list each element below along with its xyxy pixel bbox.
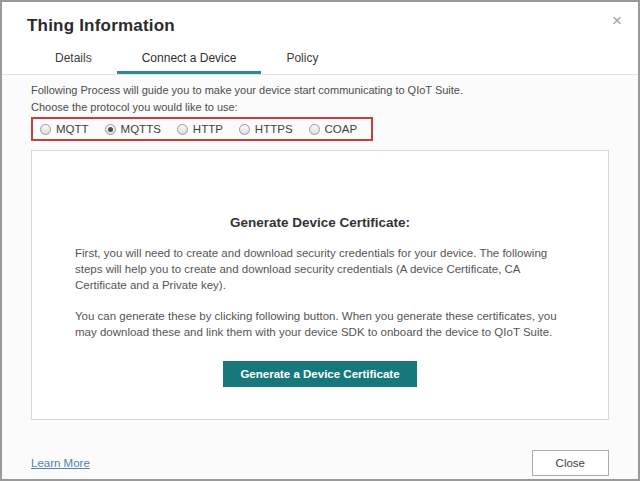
tab-policy[interactable]: Policy <box>261 44 343 74</box>
certificate-heading: Generate Device Certificate: <box>32 151 608 230</box>
protocol-option-https[interactable]: HTTPS <box>239 123 293 135</box>
protocol-label: HTTP <box>193 123 223 135</box>
tab-content: Following Process will guide you to make… <box>2 75 638 481</box>
intro-text-line2: Choose the protocol you would like to us… <box>31 101 609 113</box>
dialog-footer: Learn More Close <box>31 450 609 476</box>
protocol-option-mqtt[interactable]: MQTT <box>40 123 89 135</box>
thing-information-dialog: Thing Information × Details Connect a De… <box>0 0 640 481</box>
certificate-paragraph-2: You can generate these by clicking follo… <box>75 308 565 340</box>
tab-details[interactable]: Details <box>30 44 117 74</box>
tab-connect-a-device[interactable]: Connect a Device <box>117 44 262 74</box>
dialog-header: Thing Information <box>2 2 638 36</box>
close-icon[interactable]: × <box>608 8 626 33</box>
protocol-label: MQTT <box>56 123 89 135</box>
tab-bar: Details Connect a Device Policy <box>2 44 638 75</box>
radio-icon[interactable] <box>105 124 116 135</box>
radio-icon[interactable] <box>177 124 188 135</box>
protocol-option-http[interactable]: HTTP <box>177 123 223 135</box>
radio-icon[interactable] <box>239 124 250 135</box>
generate-certificate-button[interactable]: Generate a Device Certificate <box>223 361 416 387</box>
protocol-option-coap[interactable]: COAP <box>309 123 358 135</box>
dialog-title: Thing Information <box>27 16 613 36</box>
protocol-label: HTTPS <box>255 123 293 135</box>
radio-icon[interactable] <box>309 124 320 135</box>
protocol-label: MQTTS <box>121 123 161 135</box>
certificate-panel: Generate Device Certificate: First, you … <box>31 150 609 420</box>
intro-text-line1: Following Process will guide you to make… <box>31 84 609 96</box>
protocol-label: COAP <box>325 123 358 135</box>
certificate-paragraph-1: First, you will need to create and downl… <box>75 245 565 293</box>
learn-more-link[interactable]: Learn More <box>31 457 90 469</box>
protocol-radio-group: MQTT MQTTS HTTP HTTPS COAP <box>31 117 373 141</box>
close-button[interactable]: Close <box>532 450 609 476</box>
protocol-option-mqtts[interactable]: MQTTS <box>105 123 161 135</box>
radio-icon[interactable] <box>40 124 51 135</box>
